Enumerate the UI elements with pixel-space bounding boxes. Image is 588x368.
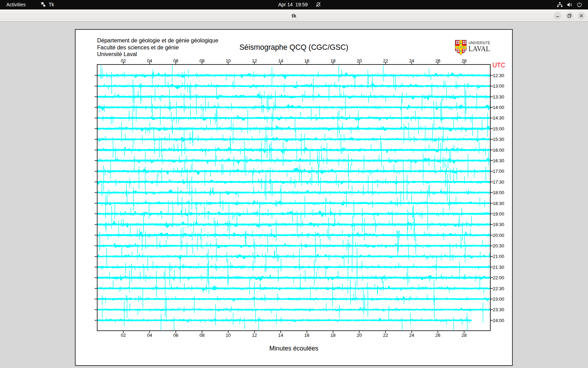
svg-text:20:00: 20:00: [493, 233, 504, 238]
svg-text:26: 26: [435, 333, 440, 338]
svg-text:17:00: 17:00: [493, 169, 504, 174]
svg-text:21:00: 21:00: [493, 254, 504, 259]
svg-text:Université Laval: Université Laval: [97, 51, 137, 57]
svg-text:12: 12: [252, 333, 257, 338]
svg-text:Séismographe QCQ (CGC/GSC): Séismographe QCQ (CGC/GSC): [239, 43, 348, 52]
svg-text:UTC: UTC: [492, 62, 505, 69]
svg-text:19:00: 19:00: [493, 211, 504, 217]
svg-text:Minutes écoulées: Minutes écoulées: [269, 345, 318, 352]
svg-text:Faculté des sciences et de gén: Faculté des sciences et de génie: [97, 45, 179, 50]
svg-text:16:00: 16:00: [493, 148, 504, 153]
svg-text:12:30: 12:30: [493, 73, 504, 78]
svg-text:13:00: 13:00: [493, 83, 504, 89]
svg-text:20:30: 20:30: [493, 243, 504, 248]
svg-text:02: 02: [121, 333, 126, 338]
svg-text:24: 24: [409, 333, 414, 338]
svg-text:12: 12: [252, 58, 257, 63]
svg-text:22:30: 22:30: [493, 286, 504, 291]
svg-text:28: 28: [462, 58, 467, 63]
svg-text:16: 16: [304, 58, 309, 63]
svg-text:16:30: 16:30: [493, 158, 504, 163]
svg-text:02: 02: [121, 58, 126, 63]
svg-text:23:00: 23:00: [493, 297, 504, 302]
svg-text:22: 22: [383, 58, 388, 63]
svg-text:22: 22: [383, 333, 388, 338]
svg-text:10: 10: [226, 58, 231, 63]
svg-text:06: 06: [173, 58, 178, 63]
svg-text:08: 08: [200, 333, 204, 338]
svg-text:18: 18: [330, 58, 335, 63]
svg-text:08: 08: [200, 58, 204, 63]
svg-text:Département de géologie et de: Département de géologie et de génie géol…: [97, 38, 218, 43]
svg-text:26: 26: [435, 58, 440, 63]
svg-text:18:30: 18:30: [493, 201, 504, 206]
svg-text:06: 06: [173, 333, 178, 338]
svg-text:19:30: 19:30: [493, 222, 504, 227]
svg-text:04: 04: [147, 333, 152, 338]
svg-text:18: 18: [330, 333, 335, 338]
svg-text:18:00: 18:00: [493, 190, 504, 195]
svg-text:24:00: 24:00: [493, 318, 504, 323]
svg-text:14: 14: [278, 333, 283, 338]
svg-text:13:30: 13:30: [493, 94, 504, 100]
svg-text:20: 20: [357, 58, 362, 63]
svg-text:21:30: 21:30: [493, 265, 504, 270]
svg-text:14:30: 14:30: [493, 115, 504, 121]
svg-text:17:30: 17:30: [493, 179, 504, 185]
svg-text:23:30: 23:30: [493, 307, 504, 312]
svg-text:15:00: 15:00: [493, 126, 504, 131]
svg-text:10: 10: [226, 333, 231, 338]
svg-text:04: 04: [147, 58, 152, 63]
svg-text:14: 14: [278, 58, 283, 63]
svg-text:15:30: 15:30: [493, 137, 504, 142]
svg-text:24: 24: [409, 58, 414, 63]
svg-text:LAVAL: LAVAL: [469, 45, 490, 53]
svg-text:22:00: 22:00: [493, 275, 504, 280]
svg-text:14:00: 14:00: [493, 105, 504, 110]
svg-text:20: 20: [357, 333, 362, 338]
svg-text:28: 28: [462, 333, 467, 338]
svg-text:16: 16: [304, 333, 309, 338]
